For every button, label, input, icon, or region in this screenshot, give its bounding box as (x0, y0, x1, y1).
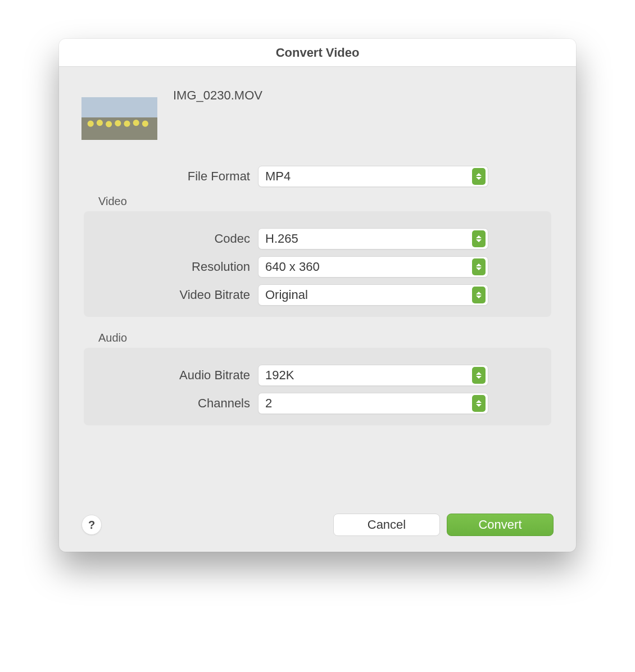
video-bitrate-label: Video Bitrate (95, 288, 258, 302)
convert-button[interactable]: Convert (447, 514, 554, 536)
help-button[interactable]: ? (81, 515, 102, 535)
resolution-row: Resolution 640 x 360 (95, 256, 540, 278)
video-bitrate-row: Video Bitrate Original (95, 284, 540, 306)
codec-value: H.265 (265, 231, 472, 246)
channels-select[interactable]: 2 (258, 393, 488, 414)
convert-video-dialog: Convert Video IMG_0230.MOV File Format M… (59, 39, 576, 552)
audio-bitrate-row: Audio Bitrate 192K (95, 365, 540, 386)
video-bitrate-select[interactable]: Original (258, 284, 488, 306)
channels-value: 2 (265, 396, 472, 411)
resolution-value: 640 x 360 (265, 260, 472, 274)
codec-label: Codec (95, 231, 258, 246)
channels-row: Channels 2 (95, 393, 540, 414)
stepper-icon (472, 367, 486, 384)
video-group: Codec H.265 Resolution 640 x 360 Video B… (84, 211, 551, 317)
codec-row: Codec H.265 (95, 228, 540, 249)
audio-bitrate-select[interactable]: 192K (258, 365, 488, 386)
form-area: File Format MP4 Video Codec H.265 Resolu… (81, 166, 554, 440)
video-thumbnail (81, 97, 157, 140)
help-icon: ? (88, 519, 95, 532)
audio-group-label: Audio (98, 332, 551, 344)
file-format-row: File Format MP4 (84, 166, 551, 187)
stepper-icon (472, 168, 486, 185)
file-format-label: File Format (84, 169, 258, 184)
video-group-label: Video (98, 195, 551, 208)
stepper-icon (472, 230, 486, 247)
audio-bitrate-value: 192K (265, 368, 472, 383)
file-format-value: MP4 (265, 169, 472, 184)
video-bitrate-value: Original (265, 288, 472, 302)
resolution-label: Resolution (95, 260, 258, 274)
dialog-content: IMG_0230.MOV File Format MP4 Video Codec… (59, 67, 576, 514)
file-name: IMG_0230.MOV (173, 84, 262, 103)
audio-group: Audio Bitrate 192K Channels 2 (84, 348, 551, 425)
file-format-select[interactable]: MP4 (258, 166, 488, 187)
dialog-title: Convert Video (59, 39, 576, 67)
cancel-button[interactable]: Cancel (333, 514, 440, 536)
audio-bitrate-label: Audio Bitrate (95, 368, 258, 383)
file-header: IMG_0230.MOV (81, 84, 554, 140)
stepper-icon (472, 258, 486, 275)
dialog-footer: ? Cancel Convert (59, 514, 576, 552)
stepper-icon (472, 395, 486, 412)
codec-select[interactable]: H.265 (258, 228, 488, 249)
resolution-select[interactable]: 640 x 360 (258, 256, 488, 278)
channels-label: Channels (95, 396, 258, 411)
stepper-icon (472, 287, 486, 303)
